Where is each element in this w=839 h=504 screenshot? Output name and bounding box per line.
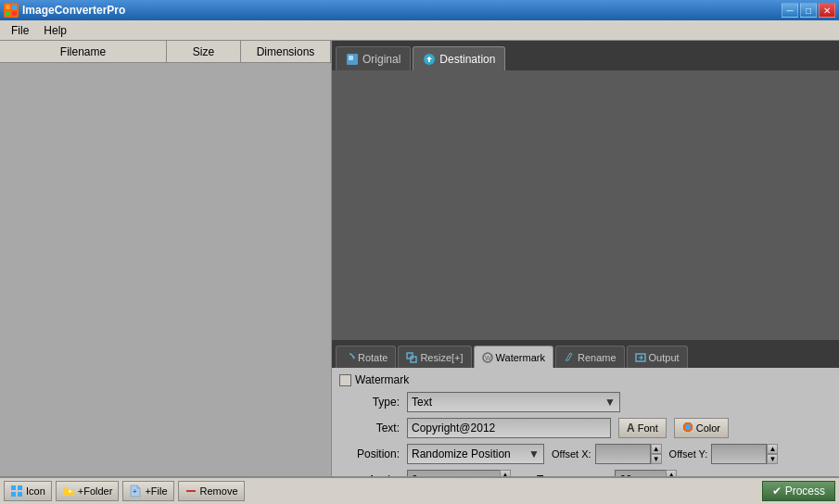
offset-y-label: Offset Y: (669, 448, 708, 460)
offset-y-down[interactable]: ▼ (767, 454, 778, 464)
left-panel: Filename Size Dimensions (0, 41, 332, 502)
icon-view-button[interactable]: Icon (4, 481, 52, 501)
preview-tab-bar: Original Destination (332, 41, 839, 70)
tab-original-label: Original (362, 53, 400, 66)
offset-x-spinner[interactable]: ▲ ▼ (651, 444, 662, 464)
type-dropdown-value: Text (412, 396, 432, 409)
process-icon: ✔ (772, 485, 782, 498)
ctrl-tab-output[interactable]: Output (627, 346, 688, 368)
svg-rect-0 (6, 5, 10, 9)
svg-marker-7 (353, 356, 355, 359)
titlebar-left: ImageConverterPro (4, 3, 125, 18)
svg-rect-18 (18, 485, 22, 490)
watermark-icon: W (482, 352, 493, 363)
svg-rect-2 (6, 11, 10, 16)
offset-y-up[interactable]: ▲ (767, 444, 778, 454)
watermark-checkbox-container[interactable]: Watermark (339, 373, 409, 386)
svg-rect-3 (12, 11, 17, 16)
menubar: File Help (0, 20, 839, 41)
add-folder-button[interactable]: + +Folder (56, 481, 120, 501)
process-label: Process (785, 485, 825, 498)
titlebar-buttons: ─ □ ✕ (782, 3, 835, 18)
svg-rect-23 (186, 490, 196, 492)
right-panel: Original Destination (332, 41, 839, 502)
tab-original[interactable]: Original (336, 46, 411, 70)
app-icon (4, 3, 19, 18)
ctrl-tab-rotate-label: Rotate (358, 352, 388, 363)
resize-icon (406, 352, 417, 363)
output-icon (635, 352, 646, 363)
offset-x-input[interactable] (595, 444, 651, 464)
close-button[interactable]: ✕ (819, 3, 835, 18)
svg-text:+: + (68, 487, 72, 496)
menu-file[interactable]: File (4, 22, 36, 39)
position-dropdown[interactable]: Randomize Position ▼ (407, 444, 544, 464)
offset-y-input[interactable] (711, 444, 767, 464)
ctrl-tab-rotate[interactable]: Rotate (336, 346, 396, 368)
remove-button[interactable]: Remove (178, 481, 245, 501)
svg-rect-9 (411, 357, 416, 362)
svg-text:+: + (133, 487, 137, 496)
font-button[interactable]: A Font (618, 418, 667, 438)
position-dropdown-value: Randomize Position (412, 447, 511, 460)
font-btn-label: Font (638, 422, 658, 434)
watermark-checkbox[interactable] (339, 374, 351, 386)
tab-destination[interactable]: Destination (413, 46, 505, 70)
ctrl-tab-rename[interactable]: Rename (555, 346, 625, 368)
process-button[interactable]: ✔ Process (762, 481, 835, 501)
text-row: Text: A Font (339, 418, 832, 438)
remove-icon (184, 485, 197, 498)
add-folder-label: +Folder (78, 485, 113, 497)
ctrl-tab-rename-label: Rename (578, 352, 617, 363)
rename-icon (564, 352, 575, 363)
type-row: Type: Text ▼ (339, 392, 832, 412)
type-dropdown-arrow: ▼ (604, 396, 616, 409)
tab-destination-label: Destination (439, 53, 495, 66)
svg-rect-8 (407, 353, 413, 359)
svg-point-16 (685, 424, 691, 430)
svg-rect-5 (349, 56, 353, 60)
svg-rect-1 (12, 5, 17, 9)
control-tab-bar: Rotate Resize[+] W Waterm (332, 340, 839, 368)
add-file-button[interactable]: + +File (122, 481, 173, 501)
icon-view-icon (10, 485, 23, 498)
offset-x-down[interactable]: ▼ (651, 454, 662, 464)
add-file-label: +File (145, 485, 167, 497)
color-btn-label: Color (696, 422, 720, 434)
offset-x-up[interactable]: ▲ (651, 444, 662, 454)
text-input[interactable] (407, 418, 611, 438)
remove-label: Remove (200, 485, 238, 497)
position-row: Position: Randomize Position ▼ Offset X:… (339, 444, 832, 464)
svg-rect-20 (18, 492, 22, 497)
destination-tab-icon (423, 53, 436, 66)
file-list-body (0, 63, 331, 502)
position-dropdown-arrow: ▼ (528, 447, 540, 460)
col-header-dimensions: Dimensions (241, 41, 331, 62)
watermark-row: Watermark (339, 373, 832, 386)
svg-text:W: W (485, 355, 491, 361)
position-label: Position: (339, 447, 400, 460)
color-btn-icon (682, 422, 693, 435)
preview-area (332, 70, 839, 340)
maximize-button[interactable]: □ (800, 3, 817, 18)
add-file-icon: + (129, 485, 142, 498)
titlebar: ImageConverterPro ─ □ ✕ (0, 0, 839, 20)
app-title: ImageConverterPro (22, 4, 125, 17)
offset-x-label: Offset X: (552, 448, 591, 460)
offset-y-group: Offset Y: ▲ ▼ (669, 444, 779, 464)
type-label: Type: (339, 396, 400, 409)
add-folder-icon: + (62, 485, 75, 498)
ctrl-tab-watermark[interactable]: W Watermark (474, 346, 553, 368)
minimize-button[interactable]: ─ (782, 3, 798, 18)
type-dropdown[interactable]: Text ▼ (407, 392, 620, 412)
rotate-icon (344, 352, 355, 363)
bottom-toolbar: Icon + +Folder + +File Remove ✔ (0, 476, 839, 504)
svg-rect-19 (11, 492, 16, 497)
ctrl-tab-resize[interactable]: Resize[+] (398, 346, 471, 368)
offset-y-spinner[interactable]: ▲ ▼ (767, 444, 778, 464)
file-list-header: Filename Size Dimensions (0, 41, 331, 63)
main-area: Filename Size Dimensions Original (0, 41, 839, 502)
menu-help[interactable]: Help (36, 22, 74, 39)
watermark-label: Watermark (355, 373, 409, 386)
color-button[interactable]: Color (674, 418, 729, 438)
